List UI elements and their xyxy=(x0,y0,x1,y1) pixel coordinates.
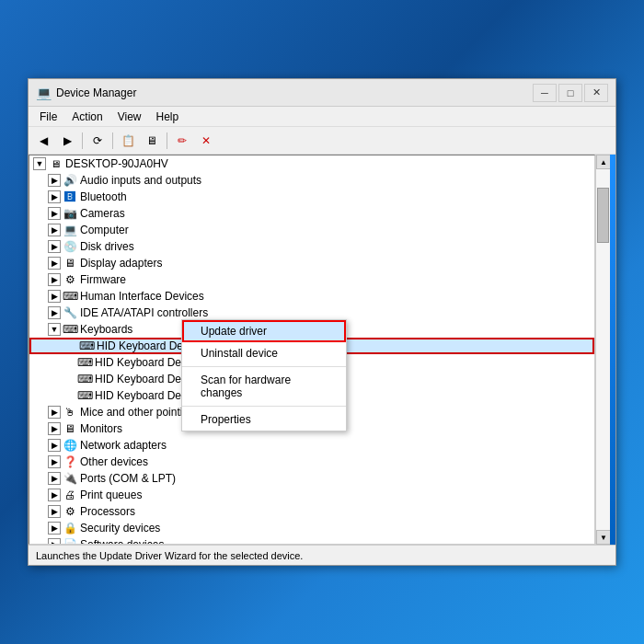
expand-audio[interactable]: ▶ xyxy=(48,174,61,187)
bluetooth-label: Bluetooth xyxy=(80,190,127,203)
vertical-scrollbar[interactable]: ▲ ▼ xyxy=(595,155,610,545)
expand-network[interactable]: ▶ xyxy=(48,439,61,452)
print-label: Print queues xyxy=(80,489,142,501)
tree-firmware[interactable]: ▶ ⚙ Firmware xyxy=(29,271,594,288)
tree-software[interactable]: ▶ 📄 Software devices xyxy=(29,536,594,545)
bluetooth-icon: 🅱 xyxy=(63,190,77,204)
expand-ports[interactable]: ▶ xyxy=(48,472,61,485)
tree-hid[interactable]: ▶ ⌨ Human Interface Devices xyxy=(29,288,594,305)
firmware-label: Firmware xyxy=(80,273,126,286)
ctx-scan-hardware[interactable]: Scan for hardware changes xyxy=(182,369,346,404)
disk-icon: 💿 xyxy=(63,239,77,254)
network-label: Network adapters xyxy=(80,439,167,452)
tree-computer[interactable]: ▶ 💻 Computer xyxy=(29,222,594,238)
expand-other[interactable]: ▶ xyxy=(48,455,61,468)
tree-display[interactable]: ▶ 🖥 Display adapters xyxy=(29,255,594,271)
display-label: Display adapters xyxy=(80,257,162,270)
tree-bluetooth[interactable]: ▶ 🅱 Bluetooth xyxy=(29,189,594,205)
scroll-track[interactable] xyxy=(596,169,610,530)
expand-monitors[interactable]: ▶ xyxy=(48,422,61,435)
network-icon: 🌐 xyxy=(63,438,77,453)
window-icon: 💻 xyxy=(36,86,51,100)
tree-network[interactable]: ▶ 🌐 Network adapters xyxy=(29,437,594,454)
tree-other[interactable]: ▶ ❓ Other devices xyxy=(29,454,594,470)
display-icon: 🖥 xyxy=(63,256,77,270)
close-button[interactable]: ✕ xyxy=(584,84,608,102)
menu-file[interactable]: File xyxy=(32,109,64,125)
maximize-button[interactable]: □ xyxy=(558,84,582,102)
expand-computer[interactable]: ▶ xyxy=(48,224,61,236)
keyboards-icon: ⌨ xyxy=(63,322,77,337)
expand-keyboards[interactable]: ▼ xyxy=(48,323,61,336)
menu-action[interactable]: Action xyxy=(64,109,109,125)
ctx-update-driver[interactable]: Update driver xyxy=(182,320,346,342)
device-manager-toolbar-button[interactable]: 🖥 xyxy=(141,131,163,151)
tree-disk[interactable]: ▶ 💿 Disk drives xyxy=(29,238,594,255)
disk-label: Disk drives xyxy=(80,240,134,253)
expand-disk[interactable]: ▶ xyxy=(48,240,61,253)
monitors-icon: 🖥 xyxy=(63,421,77,436)
update-toolbar-button[interactable]: ✏ xyxy=(171,131,193,151)
accent-bar xyxy=(610,155,615,545)
tree-cameras[interactable]: ▶ 📷 Cameras xyxy=(29,205,594,222)
placeholder-4 xyxy=(63,389,75,402)
ctx-properties[interactable]: Properties xyxy=(182,408,346,431)
tree-print[interactable]: ▶ 🖨 Print queues xyxy=(29,487,594,503)
device-manager-window: 💻 Device Manager ─ □ ✕ File Action View … xyxy=(28,78,616,566)
tree-audio[interactable]: ▶ 🔊 Audio inputs and outputs xyxy=(29,172,594,189)
expand-firmware[interactable]: ▶ xyxy=(48,273,61,286)
scroll-thumb[interactable] xyxy=(597,188,609,243)
tree-root[interactable]: ▼ DESKTOP-90JA0HV xyxy=(29,155,594,172)
expand-bluetooth[interactable]: ▶ xyxy=(48,190,61,203)
uninstall-toolbar-button[interactable]: ✕ xyxy=(195,131,217,151)
keyboards-label: Keyboards xyxy=(80,323,132,336)
hid-kbd-2-icon: ⌨ xyxy=(77,355,92,370)
menu-view[interactable]: View xyxy=(110,109,149,125)
tree-ports[interactable]: ▶ 🔌 Ports (COM & LPT) xyxy=(29,470,594,487)
hid-icon: ⌨ xyxy=(63,289,77,304)
expand-cameras[interactable]: ▶ xyxy=(48,207,61,220)
hid-kbd-3-icon: ⌨ xyxy=(77,372,92,386)
expand-hid[interactable]: ▶ xyxy=(48,290,61,303)
ctx-uninstall-device[interactable]: Uninstall device xyxy=(182,342,346,364)
security-label: Security devices xyxy=(80,522,160,535)
cameras-icon: 📷 xyxy=(63,206,77,221)
hid-kbd-1-icon: ⌨ xyxy=(79,339,94,353)
title-bar-buttons: ─ □ ✕ xyxy=(533,84,608,102)
tree-security[interactable]: ▶ 🔒 Security devices xyxy=(29,520,594,536)
minimize-button[interactable]: ─ xyxy=(533,84,557,102)
expand-software[interactable]: ▶ xyxy=(48,538,61,545)
properties-toolbar-button[interactable]: 📋 xyxy=(117,131,139,151)
expand-display[interactable]: ▶ xyxy=(48,257,61,270)
ide-label: IDE ATA/ATAPI controllers xyxy=(80,306,208,319)
processors-icon: ⚙ xyxy=(63,504,77,519)
other-label: Other devices xyxy=(80,455,148,468)
expand-processors[interactable]: ▶ xyxy=(48,505,61,518)
content-area: ▼ DESKTOP-90JA0HV ▶ 🔊 Audio inputs and o… xyxy=(29,155,615,545)
cameras-label: Cameras xyxy=(80,207,125,220)
scroll-up-button[interactable]: ▲ xyxy=(596,155,611,169)
root-label: DESKTOP-90JA0HV xyxy=(65,157,168,170)
refresh-button[interactable]: ⟳ xyxy=(86,131,109,151)
mice-icon: 🖱 xyxy=(63,405,77,420)
status-text: Launches the Update Driver Wizard for th… xyxy=(36,550,303,561)
expand-security[interactable]: ▶ xyxy=(48,522,61,535)
tree-processors[interactable]: ▶ ⚙ Processors xyxy=(29,503,594,520)
context-menu: Update driver Uninstall device Scan for … xyxy=(181,319,347,431)
ports-label: Ports (COM & LPT) xyxy=(80,472,176,485)
scroll-down-button[interactable]: ▼ xyxy=(596,530,611,545)
expand-ide[interactable]: ▶ xyxy=(48,306,61,319)
device-tree[interactable]: ▼ DESKTOP-90JA0HV ▶ 🔊 Audio inputs and o… xyxy=(29,155,595,545)
back-button[interactable]: ◀ xyxy=(32,131,54,151)
forward-button[interactable]: ▶ xyxy=(56,131,78,151)
expand-root[interactable]: ▼ xyxy=(33,157,46,170)
expand-print[interactable]: ▶ xyxy=(48,489,61,501)
computer-icon xyxy=(48,156,63,171)
processors-label: Processors xyxy=(80,505,135,518)
expand-mice[interactable]: ▶ xyxy=(48,406,61,419)
placeholder-3 xyxy=(63,373,75,385)
toolbar: ◀ ▶ ⟳ 📋 🖥 ✏ ✕ xyxy=(29,127,615,155)
hid-label: Human Interface Devices xyxy=(80,290,204,303)
hid-kbd-4-icon: ⌨ xyxy=(77,388,92,403)
menu-help[interactable]: Help xyxy=(149,109,187,125)
